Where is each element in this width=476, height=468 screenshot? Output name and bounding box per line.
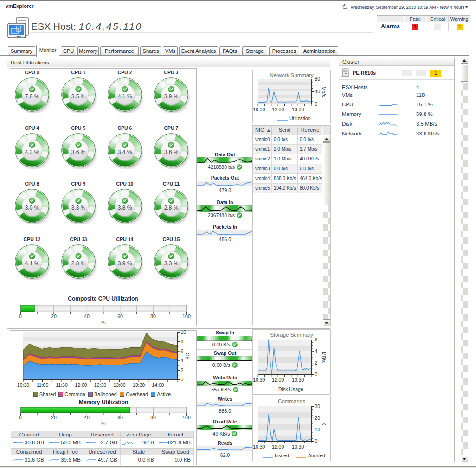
- svg-text:10:30: 10:30: [17, 382, 29, 388]
- svg-text:Mb/s: Mb/s: [321, 87, 327, 97]
- svg-text:20: 20: [315, 415, 321, 421]
- svg-text:2: 2: [315, 360, 318, 365]
- svg-text:12:00: 12:00: [272, 377, 284, 383]
- svg-text:12:00: 12:00: [272, 444, 284, 449]
- svg-text:3.6 %: 3.6 %: [164, 149, 179, 155]
- svg-text:3.9 %: 3.9 %: [118, 260, 132, 267]
- svg-text:4.3 %: 4.3 %: [25, 149, 39, 155]
- svg-text:2.8 %: 2.8 %: [164, 205, 179, 211]
- svg-text:6: 6: [315, 337, 318, 342]
- svg-text:3.4 %: 3.4 %: [118, 149, 132, 155]
- svg-text:7.8 %: 7.8 %: [25, 93, 39, 100]
- svg-text:3.9 %: 3.9 %: [164, 93, 179, 100]
- svg-text:11:30: 11:30: [56, 382, 68, 388]
- svg-text:14:00: 14:00: [152, 382, 164, 388]
- svg-text:10: 10: [315, 427, 321, 432]
- svg-text:3.3 %: 3.3 %: [71, 205, 86, 211]
- svg-text:12:00: 12:00: [75, 382, 87, 388]
- svg-text:13:30: 13:30: [292, 107, 304, 112]
- svg-text:13:30: 13:30: [292, 377, 304, 383]
- svg-text:3.8 %: 3.8 %: [118, 205, 132, 211]
- svg-text:MB/s: MB/s: [321, 352, 327, 363]
- svg-text:30: 30: [315, 404, 321, 409]
- svg-text:10: 10: [181, 330, 187, 335]
- svg-text:10:30: 10:30: [253, 444, 265, 449]
- svg-text:K: K: [321, 422, 327, 425]
- svg-text:13:30: 13:30: [133, 382, 145, 388]
- svg-text:4: 4: [181, 358, 184, 363]
- svg-text:2: 2: [181, 367, 184, 373]
- svg-text:3.3 %: 3.3 %: [164, 260, 179, 267]
- svg-text:12:00: 12:00: [272, 107, 284, 112]
- svg-text:3.6 %: 3.6 %: [71, 149, 86, 155]
- svg-text:2.8 %: 2.8 %: [71, 260, 86, 267]
- svg-text:3.0 %: 3.0 %: [25, 205, 39, 211]
- svg-text:12:30: 12:30: [94, 382, 106, 388]
- svg-text:4: 4: [315, 348, 318, 354]
- svg-text:4.1 %: 4.1 %: [25, 260, 39, 267]
- svg-text:3.5 %: 3.5 %: [71, 93, 86, 100]
- svg-text:0: 0: [315, 101, 318, 107]
- svg-text:13:00: 13:00: [113, 382, 125, 388]
- svg-text:0: 0: [315, 372, 318, 377]
- svg-text:40: 40: [315, 89, 321, 94]
- svg-text:GB: GB: [185, 353, 190, 359]
- svg-text:0: 0: [315, 438, 318, 444]
- svg-text:80: 80: [315, 77, 321, 82]
- svg-text:8: 8: [181, 339, 184, 344]
- svg-text:4.1 %: 4.1 %: [118, 93, 132, 100]
- svg-text:13:30: 13:30: [292, 444, 304, 449]
- svg-text:11:00: 11:00: [37, 382, 49, 388]
- svg-text:10:30: 10:30: [253, 107, 265, 112]
- svg-text:10:30: 10:30: [253, 377, 265, 383]
- svg-text:6: 6: [181, 348, 184, 354]
- svg-text:0: 0: [181, 377, 184, 382]
